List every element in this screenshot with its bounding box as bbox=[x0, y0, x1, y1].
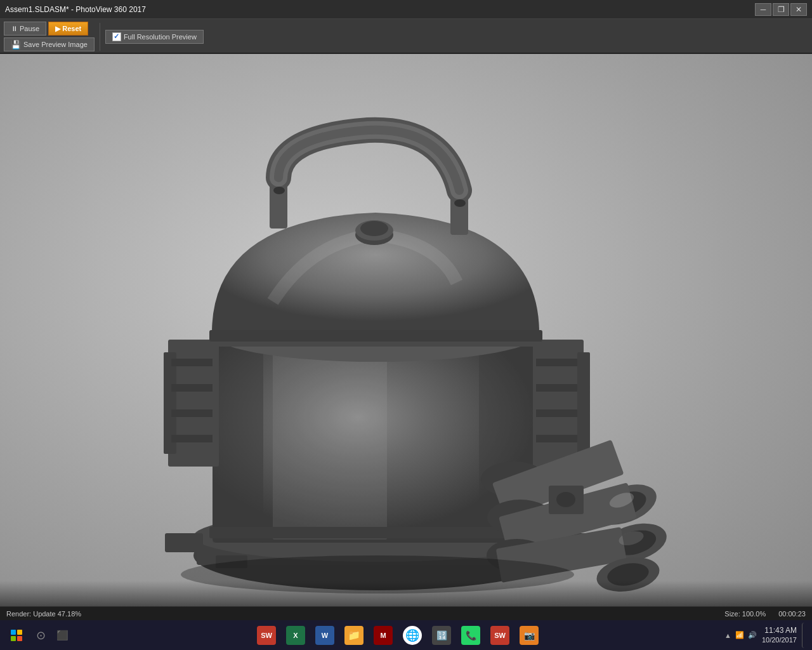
svg-rect-15 bbox=[171, 409, 213, 417]
taskbar-photoview-icon[interactable]: 📷 bbox=[516, 623, 542, 648]
start-button[interactable] bbox=[5, 624, 28, 647]
explorer-icon: 📁 bbox=[344, 626, 363, 645]
pause-icon: ⏸ bbox=[11, 25, 18, 32]
3d-model-view bbox=[0, 54, 812, 606]
taskbar-left: ⊙ ⬛ bbox=[5, 624, 71, 647]
taskbar-right: ▲ 📶 🔊 11:43 AM 10/20/2017 bbox=[724, 623, 807, 648]
pause-button[interactable]: ⏸ Pause bbox=[4, 22, 46, 36]
window-controls: ─ ❐ ✕ bbox=[755, 3, 807, 16]
taskbar-word-icon[interactable]: W bbox=[311, 623, 338, 648]
svg-rect-3 bbox=[165, 533, 203, 552]
svg-rect-34 bbox=[209, 342, 542, 347]
reset-icon: ▶ bbox=[55, 25, 60, 33]
solidworks-icon: SW bbox=[257, 626, 276, 645]
statusbar-right: Size: 100.0% 00:00:23 bbox=[724, 610, 806, 618]
fullres-checkbox[interactable]: ✓ bbox=[112, 32, 121, 41]
toolbar-group-controls: ⏸ Pause ▶ Reset bbox=[4, 22, 95, 36]
toolbar-group-save: 💾 Save Preview Image bbox=[4, 37, 95, 51]
search-circle-icon: ⊙ bbox=[36, 628, 46, 642]
status-bar: Render: Update 47.18% Size: 100.0% 00:00… bbox=[0, 606, 812, 620]
svg-rect-13 bbox=[171, 359, 213, 366]
calc-icon: 🔢 bbox=[432, 626, 451, 645]
svg-rect-20 bbox=[536, 384, 577, 392]
sw2-icon: SW bbox=[490, 626, 509, 645]
show-desktop-button[interactable] bbox=[802, 623, 807, 648]
taskbar-calc-icon[interactable]: 🔢 bbox=[428, 623, 455, 648]
toolbar-row-1: ⏸ Pause ▶ Reset 💾 Save Preview Image bbox=[4, 22, 95, 51]
svg-rect-22 bbox=[536, 435, 577, 442]
reset-button[interactable]: ▶ Reset bbox=[48, 22, 88, 36]
taskbar-center: SW X W 📁 M 🌐 bbox=[253, 623, 542, 648]
taskbar-app5[interactable]: M bbox=[370, 623, 396, 648]
restore-button[interactable]: ❐ bbox=[773, 3, 789, 16]
clock[interactable]: 11:43 AM 10/20/2017 bbox=[762, 626, 797, 645]
window-title: Assem1.SLDASM* - PhotoView 360 2017 bbox=[5, 5, 146, 14]
taskbar-sw-icon[interactable]: SW bbox=[253, 623, 280, 648]
volume-icon: 🔊 bbox=[748, 631, 757, 639]
search-button[interactable]: ⊙ bbox=[32, 624, 49, 647]
full-resolution-button[interactable]: ✓ Full Resolution Preview bbox=[105, 30, 204, 44]
toolbar-divider bbox=[100, 23, 100, 51]
task-view-button[interactable]: ⬛ bbox=[53, 624, 71, 647]
render-status: Render: Update 47.18% bbox=[6, 610, 81, 618]
excel-icon: X bbox=[286, 626, 305, 645]
svg-rect-14 bbox=[171, 384, 213, 392]
wifi-icon: 📶 bbox=[735, 631, 744, 639]
app5-icon: M bbox=[374, 626, 393, 645]
render-time: 00:00:23 bbox=[778, 610, 806, 618]
task-view-icon: ⬛ bbox=[56, 630, 69, 641]
svg-rect-35 bbox=[209, 527, 542, 538]
save-icon: 💾 bbox=[11, 40, 21, 50]
render-viewport bbox=[0, 54, 812, 606]
taskbar-sw2-icon[interactable]: SW bbox=[487, 623, 513, 648]
svg-rect-16 bbox=[171, 435, 213, 442]
current-date: 10/20/2017 bbox=[762, 635, 797, 644]
svg-point-31 bbox=[273, 187, 285, 194]
current-time: 11:43 AM bbox=[762, 626, 797, 636]
svg-point-51 bbox=[556, 492, 575, 507]
minimize-button[interactable]: ─ bbox=[755, 3, 771, 16]
system-tray: ▲ 📶 🔊 bbox=[724, 631, 757, 639]
windows-logo bbox=[11, 630, 22, 641]
svg-rect-8 bbox=[213, 333, 263, 543]
title-bar: Assem1.SLDASM* - PhotoView 360 2017 ─ ❐ … bbox=[0, 0, 812, 19]
toolbar: ⏸ Pause ▶ Reset 💾 Save Preview Image ✓ F… bbox=[0, 19, 812, 54]
taskbar-explorer-icon[interactable]: 📁 bbox=[341, 623, 367, 648]
taskbar-excel-icon[interactable]: X bbox=[282, 623, 309, 648]
size-label: Size: 100.0% bbox=[724, 610, 766, 618]
taskbar-phone-icon[interactable]: 📞 bbox=[457, 623, 484, 648]
svg-rect-19 bbox=[536, 359, 577, 366]
taskbar-chrome-icon[interactable]: 🌐 bbox=[399, 623, 426, 648]
word-icon: W bbox=[315, 626, 334, 645]
svg-point-26 bbox=[360, 221, 388, 236]
save-preview-button[interactable]: 💾 Save Preview Image bbox=[4, 37, 95, 51]
svg-point-32 bbox=[454, 199, 466, 207]
phone-icon: 📞 bbox=[461, 626, 480, 645]
svg-rect-33 bbox=[209, 330, 542, 342]
svg-rect-18 bbox=[577, 352, 590, 454]
svg-rect-21 bbox=[536, 409, 577, 417]
photoview-icon: 📷 bbox=[520, 626, 539, 645]
close-button[interactable]: ✕ bbox=[790, 3, 807, 16]
taskbar: ⊙ ⬛ SW X W 📁 bbox=[0, 620, 812, 650]
render-shadow bbox=[0, 581, 812, 606]
tray-arrow[interactable]: ▲ bbox=[724, 632, 731, 639]
svg-rect-10 bbox=[273, 336, 387, 540]
chrome-icon: 🌐 bbox=[403, 626, 422, 645]
